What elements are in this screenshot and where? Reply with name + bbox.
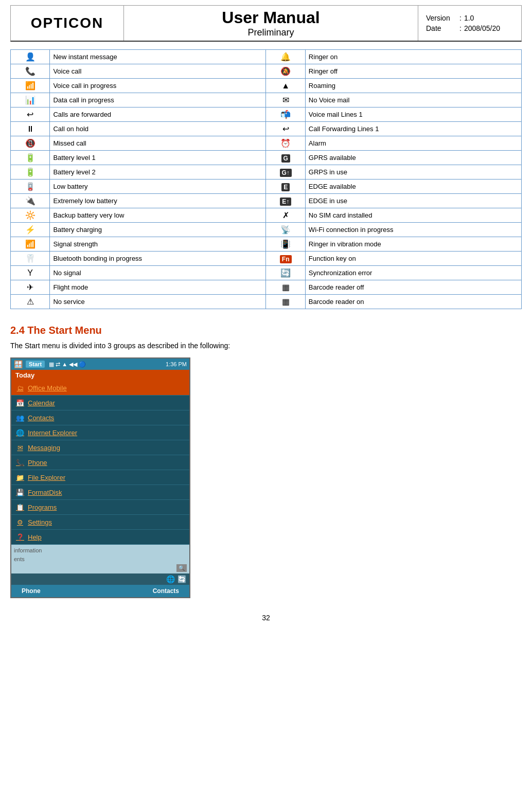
phone-top-bar-left: 🪟 Start ▦ ⇄ ▲ ◀◀ 🔵 — [14, 360, 86, 368]
document-meta: Version : 1.0 Date : 2008/05/20 — [418, 6, 521, 41]
menu-item-label: FormatDisk — [28, 489, 62, 496]
icon-left: 🔆 — [11, 208, 50, 223]
phone-menu-item[interactable]: 🗂Office Mobile — [11, 381, 189, 396]
icon-right: ▲ — [266, 79, 305, 93]
icon-left: 🦷 — [11, 252, 50, 266]
date-value: 2008/05/20 — [464, 24, 500, 32]
phone-menu-item[interactable]: 📋Programs — [11, 500, 189, 515]
table-row: ↩Calls are forwarded📬Voice mail Lines 1 — [11, 107, 522, 122]
table-row: 📶Signal strength📳Ringer in vibration mod… — [11, 237, 522, 252]
icon-right: ✉ — [266, 93, 305, 107]
label-left: Extremely low battery — [50, 194, 266, 208]
icon-right: 🔔 — [266, 50, 305, 64]
table-row: 🔆Backup battery very low✗No SIM card ins… — [11, 208, 522, 223]
icon-right: 🔄 — [266, 266, 305, 280]
title-main: User Manual — [222, 8, 320, 27]
section-heading: 2.4 The Start Menu — [10, 325, 522, 336]
phone-menu-item[interactable]: 📅Calendar — [11, 396, 189, 410]
table-row: 📵Missed call⏰Alarm — [11, 136, 522, 151]
icon-right: Fn — [266, 252, 305, 266]
menu-item-icon: ⚙ — [15, 517, 25, 527]
phone-bottom-left[interactable]: Phone — [22, 587, 41, 595]
menu-item-label: Office Mobile — [28, 384, 67, 392]
page-number: 32 — [0, 614, 532, 627]
label-left: Battery charging — [50, 223, 266, 237]
label-right: GPRS available — [305, 151, 521, 165]
icon-left: 📵 — [11, 136, 50, 151]
section-body: The Start menu is divided into 3 groups … — [10, 342, 522, 350]
label-left: No signal — [50, 266, 266, 280]
start-button[interactable]: Start — [26, 361, 45, 368]
table-row: 📶Voice call in progress▲Roaming — [11, 79, 522, 93]
label-left: Battery level 2 — [50, 165, 266, 180]
phone-menu-item[interactable]: 🌐Internet Explorer — [11, 425, 189, 440]
label-right: No SIM card installed — [305, 208, 521, 223]
phone-menu-item[interactable]: ✉Messaging — [11, 440, 189, 455]
icon-left: 📞 — [11, 64, 50, 79]
icon-left: Y — [11, 266, 50, 280]
table-row: ⚠No service▦Barcode reader on — [11, 295, 522, 309]
table-row: 🔋Battery level 1GGPRS available — [11, 151, 522, 165]
label-left: Signal strength — [50, 237, 266, 252]
table-row: 🔋Battery level 2G↑GRPS in use — [11, 165, 522, 180]
page-header: OPTICON User Manual Preliminary Version … — [10, 5, 522, 42]
phone-menu-item[interactable]: 📁File Explorer — [11, 470, 189, 485]
phone-menu-item[interactable]: ⚙Settings — [11, 515, 189, 530]
label-left: Backup battery very low — [50, 208, 266, 223]
phone-screenshot: 🪟 Start ▦ ⇄ ▲ ◀◀ 🔵 1:36 PM Today 🗂Office… — [10, 357, 190, 598]
icon-left: 🔌 — [11, 194, 50, 208]
icon-right: 📡 — [266, 223, 305, 237]
label-right: Function key on — [305, 252, 521, 266]
label-right: Alarm — [305, 136, 521, 151]
table-row: 🪫Low batteryEEDGE available — [11, 180, 522, 194]
icon-right: ✗ — [266, 208, 305, 223]
icon-left: 📊 — [11, 93, 50, 107]
table-row: YNo signal🔄Synchronization error — [11, 266, 522, 280]
company-logo: OPTICON — [11, 6, 124, 41]
menu-item-icon: ✉ — [15, 443, 25, 452]
date-sep: : — [459, 24, 462, 32]
label-left: Calls are forwarded — [50, 107, 266, 122]
icon-right: ▦ — [266, 295, 305, 309]
icon-right: E — [266, 180, 305, 194]
table-row: 📞Voice call🔕Ringer off — [11, 64, 522, 79]
menu-item-icon: ❓ — [15, 532, 25, 542]
phone-menu-item[interactable]: 📞Phone — [11, 455, 189, 470]
label-left: Battery level 1 — [50, 151, 266, 165]
label-right: EDGE in use — [305, 194, 521, 208]
phone-menu-item[interactable]: ❓Help — [11, 530, 189, 545]
label-left: Flight mode — [50, 280, 266, 295]
phone-menu-item[interactable]: 👥Contacts — [11, 410, 189, 425]
date-label: Date — [426, 24, 457, 32]
icon-right: ▦ — [266, 280, 305, 295]
phone-bottom-right[interactable]: Contacts — [153, 587, 179, 595]
menu-item-icon: 📅 — [15, 398, 25, 407]
title-sub: Preliminary — [247, 27, 294, 38]
label-right: Wi-Fi connection in progress — [305, 223, 521, 237]
phone-menu: 🗂Office Mobile📅Calendar👥Contacts🌐Interne… — [11, 381, 189, 545]
phone-menu-item[interactable]: 💾FormatDisk — [11, 485, 189, 500]
icon-right: G — [266, 151, 305, 165]
label-left: Bluetooth bonding in progress — [50, 252, 266, 266]
icon-left: 📶 — [11, 79, 50, 93]
label-left: Voice call — [50, 64, 266, 79]
phone-top-icons: ▦ ⇄ ▲ ◀◀ 🔵 — [49, 361, 86, 368]
label-right: Call Forwarding Lines 1 — [305, 122, 521, 136]
label-left: Missed call — [50, 136, 266, 151]
icon-left: ⚡ — [11, 223, 50, 237]
document-title: User Manual Preliminary — [124, 6, 418, 41]
menu-item-label: Help — [28, 533, 42, 541]
version-value: 1.0 — [464, 14, 474, 22]
label-left: New instant message — [50, 50, 266, 64]
phone-time: 1:36 PM — [166, 361, 187, 367]
icon-right: ↩ — [266, 122, 305, 136]
label-left: Voice call in progress — [50, 79, 266, 93]
label-right: EDGE available — [305, 180, 521, 194]
menu-item-icon: 📁 — [15, 473, 25, 482]
today-label: Today — [15, 371, 34, 379]
icon-left: 👤 — [11, 50, 50, 64]
label-right: Roaming — [305, 79, 521, 93]
icon-reference-table: 👤New instant message🔔Ringer on📞Voice cal… — [10, 49, 522, 309]
icon-right: 📬 — [266, 107, 305, 122]
menu-item-label: File Explorer — [28, 474, 65, 481]
